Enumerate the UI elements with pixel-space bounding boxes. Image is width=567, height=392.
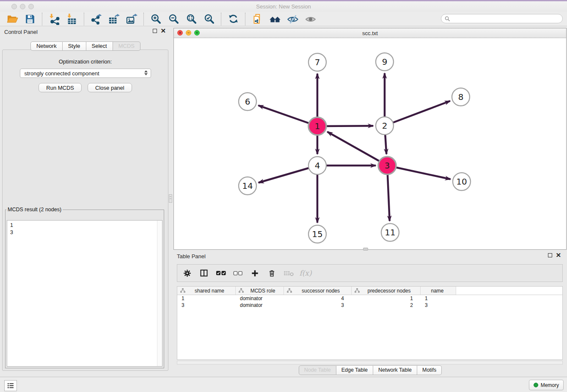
node-table: shared name MCDS role successor nodes pr… [177, 286, 563, 360]
column-header-mcds-role[interactable]: MCDS role [236, 287, 284, 295]
window-resize-handle[interactable] [363, 248, 368, 251]
add-column-icon[interactable] [249, 267, 260, 279]
hide-selected-icon[interactable] [286, 13, 299, 25]
optimization-label: Optimization criterion: [3, 58, 168, 65]
table-cell[interactable]: dominator [236, 302, 284, 309]
split-view-icon[interactable] [198, 267, 209, 279]
refresh-view-icon[interactable] [227, 13, 239, 25]
zoom-selected-icon[interactable] [203, 13, 215, 25]
task-history-button[interactable] [4, 380, 17, 391]
close-table-panel-icon[interactable]: ✕ [556, 253, 561, 258]
graph-node-8[interactable]: 8 [452, 88, 470, 106]
maximize-network-icon[interactable]: + [194, 30, 200, 36]
float-table-panel-icon[interactable] [548, 253, 552, 257]
result-scrollbar[interactable] [157, 221, 162, 366]
graph-node-9[interactable]: 9 [376, 53, 394, 71]
table-cell[interactable]: 1 [421, 295, 456, 302]
table-cell[interactable]: 1 [352, 295, 421, 302]
tab-style[interactable]: Style [63, 41, 86, 51]
export-image-icon[interactable] [125, 13, 138, 25]
graph-node-15[interactable]: 15 [308, 225, 326, 243]
export-network-icon[interactable] [90, 13, 102, 25]
main-toolbar [0, 12, 567, 26]
table-cell[interactable]: 2 [352, 302, 421, 309]
search-box[interactable] [441, 14, 563, 23]
network-window-controls[interactable]: × – + [177, 30, 200, 36]
graph-node-4[interactable]: 4 [308, 157, 326, 174]
table-cell[interactable]: 4 [284, 295, 352, 302]
graph-node-11[interactable]: 11 [381, 224, 399, 241]
zoom-fit-icon[interactable] [185, 13, 198, 25]
tab-node-table[interactable]: Node Table [299, 365, 336, 375]
tab-motifs[interactable]: Motifs [417, 365, 442, 375]
select-all-icon[interactable] [215, 267, 226, 279]
tab-network[interactable]: Network [30, 41, 63, 51]
save-session-icon[interactable] [24, 13, 36, 25]
select-arrows-icon [144, 70, 148, 75]
zoom-out-icon[interactable] [167, 13, 180, 25]
control-panel: Control Panel ✕ NetworkStyleSelectMCDS O… [0, 26, 171, 373]
graph-node-1[interactable]: 1 [308, 117, 326, 135]
close-panel-icon[interactable]: ✕ [160, 28, 166, 33]
table-cell[interactable]: 3 [177, 302, 236, 309]
import-table-icon[interactable] [66, 13, 78, 25]
svg-text:9: 9 [382, 57, 388, 67]
settings-gear-icon[interactable] [182, 267, 193, 279]
svg-text:8: 8 [458, 92, 464, 102]
column-header-name[interactable]: name [421, 287, 456, 295]
hierarchy-icon [239, 288, 244, 293]
column-header-predecessor-nodes[interactable]: predecessor nodes [352, 287, 421, 295]
float-panel-icon[interactable] [153, 29, 157, 33]
table-cell[interactable]: dominator [236, 295, 284, 302]
svg-text:14: 14 [242, 181, 253, 191]
svg-text:2: 2 [382, 121, 388, 131]
mcds-result-area[interactable]: 13 [7, 220, 162, 367]
run-mcds-button[interactable]: Run MCDS [39, 83, 82, 92]
home-icon[interactable] [269, 13, 281, 25]
svg-text:10: 10 [456, 177, 467, 187]
graph-node-2[interactable]: 2 [376, 117, 394, 135]
table-cell[interactable]: 3 [421, 302, 456, 309]
control-panel-title: Control Panel [4, 29, 38, 35]
graph-node-10[interactable]: 10 [453, 173, 471, 190]
close-panel-button[interactable]: Close panel [88, 83, 132, 92]
panel-splitter-handle[interactable] [169, 194, 172, 203]
app-titlebar: Session: New Session [0, 0, 567, 12]
mcds-result-lines: 13 [7, 221, 162, 237]
deselect-all-icon[interactable] [232, 267, 243, 279]
table-cell[interactable]: 3 [284, 302, 352, 309]
graph-edge-3-10[interactable] [387, 166, 451, 179]
close-network-icon[interactable]: × [177, 30, 183, 36]
toolbar-separator [245, 13, 245, 25]
tab-select[interactable]: Select [86, 41, 113, 51]
column-header-successor-nodes[interactable]: successor nodes [284, 287, 352, 295]
memory-button[interactable]: Memory [529, 380, 564, 390]
graph-node-3[interactable]: 3 [378, 157, 396, 174]
export-table-icon[interactable] [107, 13, 120, 25]
table-row: 3dominator323 [177, 302, 562, 309]
column-header-shared-name[interactable]: shared name [177, 287, 236, 295]
zoom-in-icon[interactable] [149, 13, 162, 25]
graph-edge-3-1[interactable] [328, 132, 388, 166]
table-horizontal-scrollbar[interactable] [177, 361, 563, 364]
mcds-panel: Optimization criterion: strongly connect… [2, 50, 168, 371]
table-panel: Table Panel ✕ [173, 251, 567, 376]
search-input[interactable] [450, 14, 562, 23]
status-bar: Memory [0, 377, 567, 392]
tab-edge-table[interactable]: Edge Table [336, 365, 373, 375]
graph-node-6[interactable]: 6 [239, 93, 256, 110]
open-session-icon[interactable] [6, 13, 19, 25]
tab-network-table[interactable]: Network Table [373, 365, 417, 375]
tab-mcds[interactable]: MCDS [113, 41, 140, 51]
copy-network-icon[interactable] [251, 13, 264, 25]
import-network-icon[interactable] [48, 13, 61, 25]
criterion-select[interactable]: strongly connected component [20, 69, 151, 78]
table-cell[interactable]: 1 [177, 295, 236, 302]
minimize-network-icon[interactable]: – [186, 30, 191, 36]
graph-edge-2-8[interactable] [385, 101, 450, 126]
show-all-icon[interactable] [304, 13, 317, 25]
network-canvas[interactable]: 1234678910111415 [174, 38, 566, 250]
delete-column-icon[interactable] [266, 267, 277, 279]
graph-node-7[interactable]: 7 [308, 53, 326, 71]
graph-node-14[interactable]: 14 [239, 177, 256, 195]
